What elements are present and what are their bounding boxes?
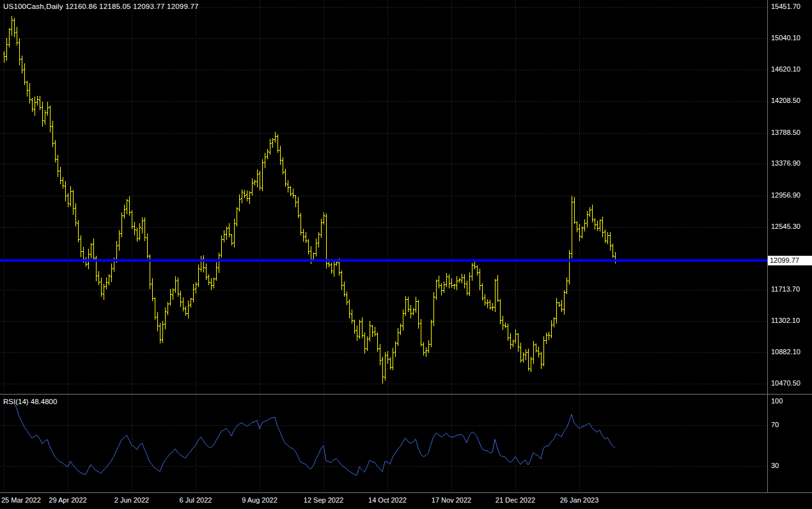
grid-layer-rsi <box>0 395 767 492</box>
time-axis-label: 2 Jun 2022 <box>114 496 149 504</box>
current-price-label: 12099.77 <box>768 256 812 265</box>
time-axis-label: 12 Sep 2022 <box>304 496 343 504</box>
rsi-indicator-label: RSI(14) 48.4800 <box>3 398 57 405</box>
price-axis-label: 11302.10 <box>771 317 800 324</box>
price-axis-label: 13376.90 <box>771 159 800 167</box>
chart-window: US100Cash,Daily 12160.86 12185.05 12093.… <box>0 0 812 509</box>
time-axis-label: 6 Jul 2022 <box>180 496 212 504</box>
panel-separator[interactable] <box>0 394 812 395</box>
time-axis-label: 14 Oct 2022 <box>368 496 407 504</box>
time-axis-label: 17 Nov 2022 <box>432 496 471 504</box>
time-axis-separator <box>0 492 812 493</box>
rsi-indicator-canvas[interactable] <box>0 394 812 492</box>
time-axis-label: 26 Jan 2023 <box>560 496 599 504</box>
rsi-axis-label: 30 <box>771 462 779 469</box>
time-axis-label: 21 Dec 2022 <box>496 496 535 504</box>
time-axis-label: 9 Aug 2022 <box>242 496 277 504</box>
rsi-line <box>14 403 615 475</box>
price-axis-separator <box>767 0 768 492</box>
price-axis-label: 15040.10 <box>771 34 800 42</box>
time-axis[interactable]: 25 Mar 202229 Apr 20222 Jun 20226 Jul 20… <box>0 492 812 509</box>
price-axis-label: 10470.50 <box>771 379 800 387</box>
price-axis-label: 13788.50 <box>771 129 800 136</box>
rsi-axis-label: 70 <box>771 421 779 428</box>
price-axis-label: 10882.10 <box>771 348 800 356</box>
price-axis-label: 11713.70 <box>771 285 800 293</box>
price-axis-label: 14208.50 <box>771 97 800 104</box>
price-axis-label: 14620.10 <box>771 65 800 73</box>
chart-symbol-ohlc: US100Cash,Daily 12160.86 12185.05 12093.… <box>3 3 199 10</box>
price-axis-label: 12545.30 <box>771 223 800 230</box>
time-axis-label: 29 Apr 2022 <box>49 496 86 504</box>
grid-layer-main <box>0 0 767 394</box>
horizontal-price-line[interactable] <box>0 259 767 262</box>
price-axis[interactable]: 15451.7015040.1014620.1014208.5013788.50… <box>768 0 812 492</box>
time-axis-label: 25 Mar 2022 <box>1 496 41 504</box>
rsi-axis-label: 100 <box>771 397 783 405</box>
price-axis-label: 12956.90 <box>771 191 800 199</box>
ohlc-bars-layer <box>3 16 617 383</box>
price-axis-label: 15451.70 <box>771 3 800 10</box>
price-chart-canvas[interactable] <box>0 0 812 394</box>
